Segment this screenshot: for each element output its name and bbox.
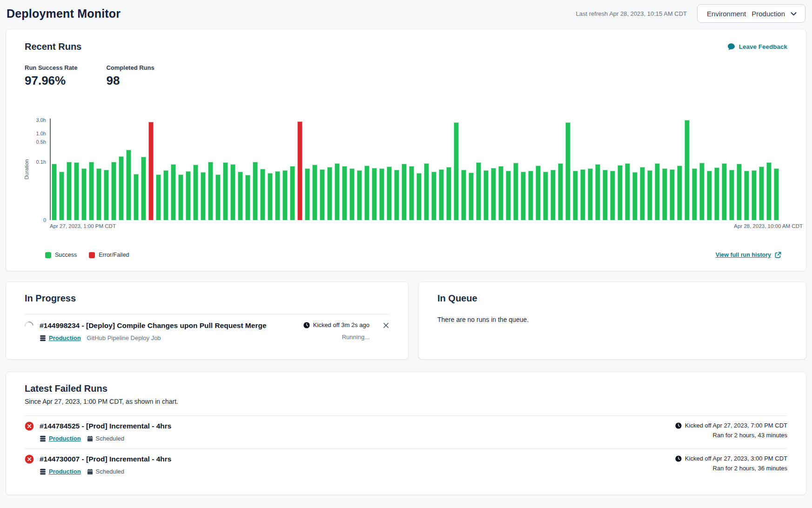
run-bar-success[interactable]: [580, 169, 585, 220]
run-bar-success[interactable]: [208, 162, 213, 220]
run-bar-success[interactable]: [372, 168, 377, 220]
run-bar-success[interactable]: [126, 150, 131, 220]
run-bar-success[interactable]: [193, 165, 198, 220]
run-bar-success[interactable]: [766, 162, 772, 220]
run-bar-success[interactable]: [729, 170, 734, 220]
run-bar-success[interactable]: [670, 169, 675, 220]
cancel-run-button[interactable]: [383, 322, 389, 329]
run-bar-success[interactable]: [699, 163, 705, 220]
run-bar-success[interactable]: [349, 168, 355, 221]
run-bar-success[interactable]: [230, 164, 235, 220]
run-bar-success[interactable]: [268, 173, 273, 220]
run-bar-success[interactable]: [617, 165, 623, 220]
run-bar-success[interactable]: [752, 170, 757, 220]
run-bar-success[interactable]: [320, 169, 325, 220]
environment-link[interactable]: Production: [49, 435, 81, 442]
run-bar-success[interactable]: [305, 168, 310, 221]
run-bar-success[interactable]: [342, 166, 347, 220]
run-bar-success[interactable]: [81, 168, 87, 221]
run-bar-success[interactable]: [111, 162, 116, 220]
run-bar-success[interactable]: [387, 167, 392, 220]
run-bar-success[interactable]: [469, 173, 474, 220]
run-bar-success[interactable]: [260, 169, 265, 220]
run-bar-success[interactable]: [119, 156, 124, 221]
run-bar-success[interactable]: [543, 172, 548, 220]
run-bar-success[interactable]: [521, 172, 526, 220]
run-bar-success[interactable]: [677, 166, 682, 220]
run-bar-success[interactable]: [536, 166, 541, 220]
run-bar-success[interactable]: [662, 168, 667, 221]
run-bar-success[interactable]: [454, 122, 459, 220]
run-bar-success[interactable]: [156, 174, 161, 220]
run-bar-success[interactable]: [714, 167, 719, 220]
run-bar-success[interactable]: [253, 162, 258, 220]
run-bar-success[interactable]: [640, 167, 645, 220]
run-bar-success[interactable]: [238, 172, 243, 220]
run-bar-success[interactable]: [774, 168, 779, 221]
run-bar-success[interactable]: [513, 163, 518, 220]
run-bar-success[interactable]: [424, 163, 429, 220]
environment-link[interactable]: Production: [49, 468, 81, 475]
run-bar-success[interactable]: [483, 170, 489, 220]
leave-feedback-link[interactable]: Leave Feedback: [727, 43, 787, 51]
run-bar-success[interactable]: [89, 162, 94, 220]
run-bar-success[interactable]: [67, 162, 72, 220]
run-bar-success[interactable]: [215, 174, 221, 220]
run-bar-success[interactable]: [327, 167, 332, 220]
run-bar-success[interactable]: [163, 170, 168, 220]
run-bar-success[interactable]: [550, 170, 556, 220]
run-bar-success[interactable]: [506, 171, 511, 220]
run-bar-success[interactable]: [573, 171, 578, 220]
run-bar-success[interactable]: [476, 162, 481, 220]
run-bar-success[interactable]: [707, 171, 712, 220]
run-bar-success[interactable]: [223, 162, 228, 220]
run-bar-success[interactable]: [625, 163, 630, 220]
run-bar-success[interactable]: [104, 170, 109, 220]
run-bar-success[interactable]: [364, 166, 369, 220]
run-bar-success[interactable]: [722, 163, 727, 220]
run-bar-failed[interactable]: [297, 121, 302, 221]
run-bar-success[interactable]: [178, 174, 183, 220]
run-bar-success[interactable]: [588, 168, 593, 221]
run-bar-success[interactable]: [59, 172, 64, 220]
environment-tag[interactable]: Production: [40, 468, 81, 475]
run-bar-success[interactable]: [52, 164, 57, 220]
run-bar-success[interactable]: [692, 168, 697, 220]
environment-tag[interactable]: Production: [40, 435, 81, 442]
run-bar-success[interactable]: [647, 170, 652, 220]
run-bar-success[interactable]: [439, 169, 444, 220]
run-bar-success[interactable]: [171, 164, 176, 220]
run-bar-success[interactable]: [759, 167, 764, 220]
run-bar-success[interactable]: [134, 174, 139, 220]
run-bar-success[interactable]: [96, 168, 101, 220]
run-bar-success[interactable]: [446, 167, 451, 220]
run-bar-success[interactable]: [290, 166, 295, 220]
run-bar-success[interactable]: [603, 170, 608, 220]
run-bar-success[interactable]: [186, 171, 191, 220]
run-bar-success[interactable]: [684, 120, 690, 221]
run-bar-success[interactable]: [528, 171, 533, 220]
run-bar-success[interactable]: [379, 168, 384, 220]
run-bar-success[interactable]: [357, 170, 362, 220]
run-bar-success[interactable]: [335, 163, 340, 220]
run-bar-success[interactable]: [394, 170, 399, 220]
run-bar-success[interactable]: [655, 163, 660, 220]
run-bar-success[interactable]: [312, 165, 317, 220]
run-bar-failed[interactable]: [148, 122, 154, 220]
environment-link[interactable]: Production: [49, 334, 81, 341]
environment-tag[interactable]: Production: [40, 334, 81, 341]
run-bar-success[interactable]: [565, 122, 570, 220]
run-bar-success[interactable]: [402, 164, 407, 220]
run-bar-success[interactable]: [431, 172, 436, 220]
run-bar-success[interactable]: [416, 173, 422, 220]
run-bar-success[interactable]: [610, 171, 615, 220]
run-bar-success[interactable]: [201, 172, 206, 220]
run-bar-success[interactable]: [282, 170, 288, 220]
run-bar-success[interactable]: [595, 164, 600, 220]
run-bar-success[interactable]: [141, 157, 146, 220]
run-bar-success[interactable]: [245, 175, 250, 220]
environment-selector[interactable]: Environment Production: [697, 4, 805, 23]
run-bar-success[interactable]: [275, 171, 280, 220]
run-bar-success[interactable]: [558, 163, 563, 220]
run-bar-success[interactable]: [409, 166, 414, 220]
